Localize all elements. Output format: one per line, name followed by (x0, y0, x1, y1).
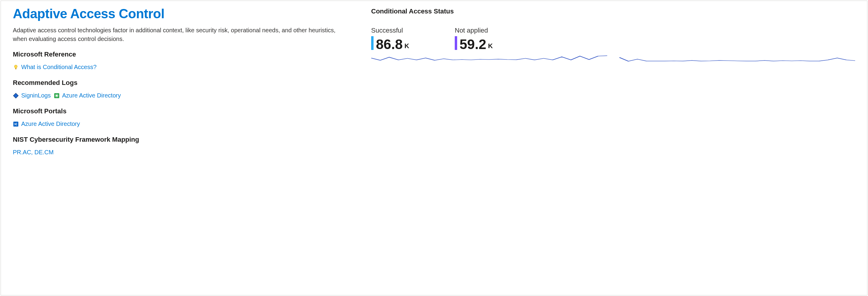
link-aad-portal[interactable]: Azure Active Directory (13, 120, 80, 127)
section-heading-reference: Microsoft Reference (13, 51, 353, 58)
kpi-notapplied-label: Not applied (455, 27, 518, 34)
page-title: Adaptive Access Control (13, 6, 353, 21)
kpi-notapplied-accent (455, 36, 457, 50)
status-title: Conditional Access Status (371, 7, 855, 15)
kpi-row: Successful 86.8 K Not applied 59.2 K (371, 27, 855, 51)
link-signinlogs-label[interactable]: SigninLogs (21, 92, 51, 99)
section-heading-portals: Microsoft Portals (13, 107, 353, 115)
kpi-successful-label: Successful (371, 27, 434, 34)
kpi-notapplied-value-wrap: 59.2 K (455, 36, 518, 51)
left-column: Adaptive Access Control Adaptive access … (13, 4, 353, 286)
svg-rect-3 (13, 122, 19, 127)
sparkline-successful (371, 54, 607, 66)
section-heading-nist: NIST Cybersecurity Framework Mapping (13, 136, 353, 143)
shuffle-square-icon (13, 121, 19, 127)
nist-mapping: PR.AC, DE.CM (13, 149, 353, 156)
svg-rect-0 (15, 68, 17, 69)
kpi-notapplied-value: 59.2 (460, 37, 487, 51)
kpi-successful-value-wrap: 86.8 K (371, 36, 434, 51)
lightbulb-icon (13, 64, 19, 70)
card-container: Adaptive Access Control Adaptive access … (1, 1, 867, 295)
kpi-successful-unit: K (405, 42, 409, 50)
section-heading-logs: Recommended Logs (13, 79, 353, 87)
logs-links: SigninLogs Azure Active Directory (13, 92, 353, 99)
kpi-notapplied-unit: K (488, 42, 493, 50)
green-star-square-icon (54, 93, 60, 99)
portals-links: Azure Active Directory (13, 120, 353, 127)
page-description: Adaptive access control technologies fac… (13, 26, 344, 43)
link-conditional-access[interactable]: What is Conditional Access? (13, 64, 96, 71)
blue-diamond-icon (13, 93, 19, 99)
kpi-successful: Successful 86.8 K (371, 27, 434, 51)
right-column: Conditional Access Status Successful 86.… (371, 4, 855, 286)
reference-links: What is Conditional Access? (13, 64, 353, 71)
kpi-notapplied: Not applied 59.2 K (455, 27, 518, 51)
link-aad-log[interactable]: Azure Active Directory (54, 92, 121, 99)
link-conditional-access-label[interactable]: What is Conditional Access? (21, 64, 96, 71)
kpi-successful-accent (371, 36, 374, 50)
svg-rect-1 (15, 69, 16, 70)
sparkline-notapplied (619, 54, 856, 66)
link-aad-portal-label[interactable]: Azure Active Directory (21, 120, 80, 127)
kpi-successful-value: 86.8 (376, 37, 403, 51)
sparkline-row (371, 54, 855, 66)
link-signinlogs[interactable]: SigninLogs (13, 92, 51, 99)
link-aad-log-label[interactable]: Azure Active Directory (62, 92, 121, 99)
